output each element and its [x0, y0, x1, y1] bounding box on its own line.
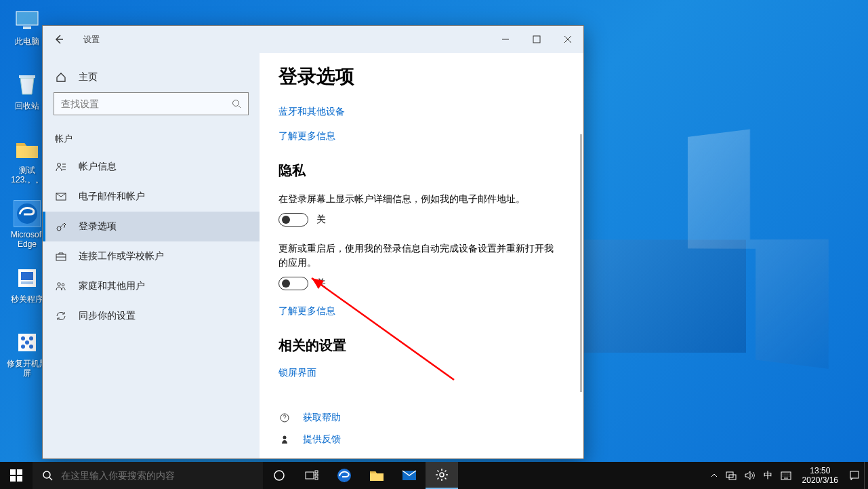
tray-network[interactable]	[722, 462, 741, 489]
svg-rect-25	[10, 469, 16, 475]
show-desktop[interactable]	[864, 462, 868, 489]
windows-icon	[10, 469, 22, 482]
tray-ime[interactable]: 中	[760, 462, 777, 489]
window-title: 设置	[83, 34, 490, 45]
taskbar-search-input[interactable]	[61, 470, 253, 481]
close-button[interactable]	[552, 26, 583, 53]
privacy-desc-1: 在登录屏幕上显示帐户详细信息，例如我的电子邮件地址。	[278, 192, 556, 206]
chevron-up-icon	[711, 473, 718, 478]
svg-rect-27	[10, 476, 16, 482]
desktop-icon-label: Microsoft Edge	[7, 230, 47, 250]
link-get-help[interactable]: 获取帮助	[303, 412, 341, 424]
toggle-label: 关	[316, 214, 326, 226]
tray-notifications[interactable]	[845, 462, 864, 489]
sidebar: 主页 帐户 帐户信息 电子邮件和帐户 登录选项 连接工作或学校帐户	[43, 53, 260, 458]
task-view-button[interactable]	[295, 462, 328, 489]
link-learn-more-2[interactable]: 了解更多信息	[278, 305, 556, 317]
keyboard-icon	[781, 471, 791, 480]
notification-icon	[849, 470, 860, 481]
taskbar-explorer[interactable]	[360, 462, 393, 489]
people-icon	[55, 280, 67, 292]
toggle-show-account-details[interactable]	[278, 213, 308, 227]
sidebar-section-label: 帐户	[43, 125, 260, 152]
start-button[interactable]	[0, 462, 33, 489]
sidebar-item-email[interactable]: 电子邮件和帐户	[43, 182, 260, 212]
maximize-icon	[533, 35, 541, 43]
search-icon	[232, 99, 241, 109]
sidebar-item-label: 电子邮件和帐户	[79, 191, 145, 203]
taskbar-search[interactable]	[33, 462, 263, 489]
svg-point-15	[58, 163, 61, 167]
sidebar-item-work-school[interactable]: 连接工作或学校帐户	[43, 241, 260, 271]
svg-point-10	[21, 345, 25, 349]
email-icon	[55, 191, 67, 203]
sidebar-home[interactable]: 主页	[43, 62, 260, 92]
svg-point-14	[233, 100, 239, 106]
sidebar-item-signin-options[interactable]: 登录选项	[43, 212, 260, 241]
heading-related: 相关的设置	[278, 336, 556, 355]
maximize-button[interactable]	[521, 26, 552, 53]
svg-rect-2	[19, 75, 35, 78]
system-tray: 中 13:50 2020/3/16	[707, 462, 868, 489]
folder-icon	[14, 136, 41, 163]
folder-icon	[369, 469, 384, 482]
svg-rect-34	[315, 477, 318, 480]
desktop-icon-recycle-bin[interactable]: 回收站	[7, 71, 47, 122]
app-icon	[14, 265, 41, 292]
svg-point-30	[274, 471, 284, 480]
tray-chevron[interactable]	[707, 462, 722, 489]
tray-clock[interactable]: 13:50 2020/3/16	[795, 466, 845, 486]
search-input[interactable]	[61, 98, 232, 109]
link-bluetooth[interactable]: 蓝牙和其他设备	[278, 106, 556, 118]
mail-icon	[402, 470, 417, 481]
svg-rect-31	[306, 472, 314, 479]
cortana-button[interactable]	[263, 462, 295, 489]
clock-time: 13:50	[810, 466, 830, 475]
svg-rect-32	[315, 471, 318, 473]
back-button[interactable]	[43, 26, 75, 53]
svg-rect-6	[21, 281, 33, 284]
svg-point-29	[43, 471, 50, 478]
minimize-icon	[501, 35, 510, 43]
link-learn-more-1[interactable]: 了解更多信息	[278, 130, 556, 142]
window-controls	[490, 26, 583, 53]
scrollbar[interactable]	[580, 134, 582, 392]
svg-point-19	[58, 283, 60, 286]
sidebar-item-label: 帐户信息	[79, 161, 117, 173]
privacy-desc-2: 更新或重启后，使用我的登录信息自动完成设备设置并重新打开我的应用。	[278, 241, 556, 270]
app-icon	[14, 329, 41, 356]
sidebar-item-label: 连接工作或学校帐户	[79, 250, 164, 262]
taskbar: 中 13:50 2020/3/16	[0, 462, 868, 489]
desktop-icon-label: 测试123.。。	[7, 165, 47, 185]
toggle-use-signin-info[interactable]	[278, 277, 308, 290]
svg-point-11	[29, 345, 33, 349]
desktop-icon-this-pc[interactable]: 此电脑	[7, 7, 47, 58]
minimize-button[interactable]	[490, 26, 521, 53]
tray-volume[interactable]	[741, 462, 760, 489]
link-lock-screen[interactable]: 锁屏界面	[278, 367, 556, 379]
volume-icon	[745, 471, 756, 480]
search-box[interactable]	[54, 92, 249, 115]
key-icon	[55, 220, 67, 233]
desktop-icon-folder[interactable]: 测试123.。。	[7, 136, 47, 187]
sidebar-item-family[interactable]: 家庭和其他用户	[43, 271, 260, 301]
sidebar-item-label: 家庭和其他用户	[79, 280, 145, 292]
svg-point-20	[62, 283, 64, 286]
taskbar-mail[interactable]	[393, 462, 426, 489]
heading-privacy: 隐私	[278, 161, 556, 180]
taskbar-edge[interactable]	[328, 462, 360, 489]
desktop-icon-app1[interactable]: 秒关程序	[7, 265, 47, 315]
network-icon	[726, 471, 737, 480]
tray-ime-keyboard[interactable]	[777, 462, 795, 489]
taskbar-settings[interactable]	[426, 462, 458, 489]
link-feedback[interactable]: 提供反馈	[303, 433, 341, 446]
svg-rect-26	[17, 469, 22, 475]
desktop-icon-app2[interactable]: 修复开机黑屏	[7, 329, 47, 380]
sidebar-item-account-info[interactable]: 帐户信息	[43, 152, 260, 182]
desktop-icon-edge[interactable]: Microsoft Edge	[7, 200, 47, 251]
desktop-icon-label: 修复开机黑屏	[7, 359, 47, 378]
sidebar-item-sync[interactable]: 同步你的设置	[43, 301, 260, 331]
svg-point-22	[283, 436, 287, 439]
home-icon	[55, 71, 67, 83]
sidebar-item-label: 同步你的设置	[79, 310, 136, 322]
